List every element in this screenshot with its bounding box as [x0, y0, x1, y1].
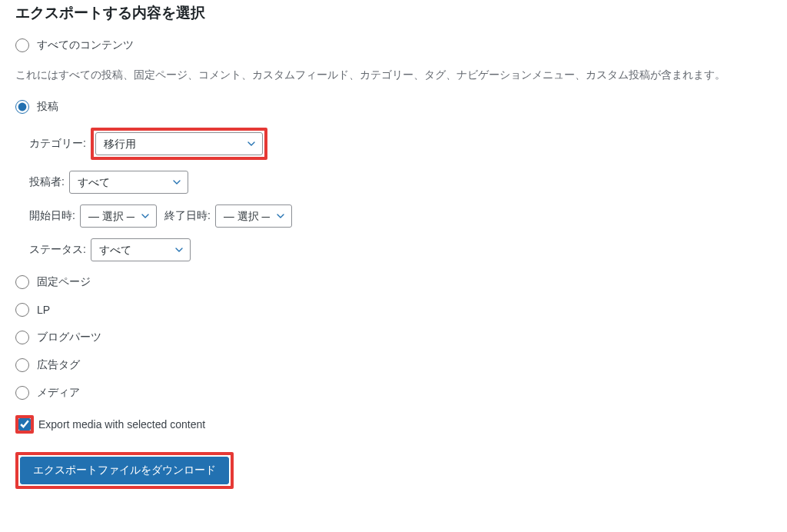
status-select[interactable]: すべて — [91, 238, 191, 261]
radio-option-media[interactable]: メディア — [15, 386, 772, 400]
category-label: カテゴリー: — [29, 137, 86, 151]
category-field-row: カテゴリー: 移行用 — [29, 128, 772, 160]
page-heading: エクスポートする内容を選択 — [15, 3, 772, 23]
author-select[interactable]: すべて — [69, 171, 188, 194]
all-content-description: これにはすべての投稿、固定ページ、コメント、カスタムフィールド、カテゴリー、タグ… — [15, 66, 772, 83]
status-label: ステータス: — [29, 243, 86, 257]
author-field-row: 投稿者: すべて — [29, 171, 772, 194]
export-media-checkbox[interactable] — [18, 417, 31, 431]
radio-option-ad-tag[interactable]: 広告タグ — [15, 358, 772, 372]
radio-media[interactable] — [15, 386, 29, 400]
end-date-select[interactable]: — 選択 — — [215, 204, 292, 228]
end-date-label: 終了日時: — [164, 209, 211, 223]
radio-option-pages[interactable]: 固定ページ — [15, 275, 772, 289]
download-export-button[interactable]: エクスポートファイルをダウンロード — [20, 457, 229, 484]
start-date-label: 開始日時: — [29, 209, 75, 223]
radio-pages[interactable] — [15, 275, 29, 289]
checkbox-highlight — [15, 415, 34, 434]
radio-ad-tag-label: 広告タグ — [37, 358, 80, 372]
radio-all-content[interactable] — [15, 38, 29, 52]
submit-button-highlight: エクスポートファイルをダウンロード — [15, 452, 234, 489]
radio-all-label: すべてのコンテンツ — [37, 38, 134, 52]
radio-option-blog-parts[interactable]: ブログパーツ — [15, 331, 772, 344]
radio-ad-tag[interactable] — [15, 358, 29, 372]
radio-pages-label: 固定ページ — [37, 275, 91, 289]
export-media-checkbox-row: Export media with selected content — [15, 415, 772, 434]
export-media-label: Export media with selected content — [38, 418, 205, 431]
radio-posts-label: 投稿 — [37, 100, 58, 114]
radio-blog-parts[interactable] — [15, 331, 29, 344]
radio-lp[interactable] — [15, 303, 29, 317]
start-date-select[interactable]: — 選択 — — [80, 204, 157, 228]
author-label: 投稿者: — [29, 175, 65, 189]
radio-option-lp[interactable]: LP — [15, 303, 772, 317]
radio-posts[interactable] — [15, 100, 29, 114]
date-field-row: 開始日時: — 選択 — 終了日時: — 選択 — — [29, 204, 772, 228]
status-field-row: ステータス: すべて — [29, 238, 772, 261]
radio-option-all[interactable]: すべてのコンテンツ — [15, 38, 772, 52]
radio-media-label: メディア — [37, 386, 80, 400]
category-highlight: 移行用 — [91, 128, 267, 160]
radio-lp-label: LP — [37, 304, 50, 316]
radio-blog-parts-label: ブログパーツ — [37, 331, 101, 344]
posts-sub-options: カテゴリー: 移行用 投稿者: すべて 開始日時: — 選択 — 終了日時: —… — [29, 128, 772, 261]
radio-option-posts[interactable]: 投稿 — [15, 100, 772, 114]
category-select[interactable]: 移行用 — [95, 132, 263, 155]
